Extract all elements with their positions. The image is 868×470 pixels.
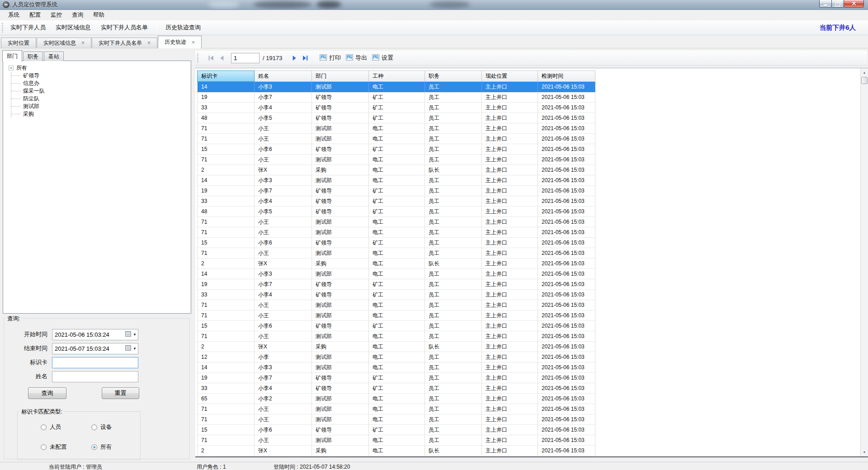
table-row[interactable]: 65小李2测试部电工员工主上井口2021-05-06 15:03 [197,394,595,404]
filter-tab[interactable]: 职务 [23,52,43,61]
table-row[interactable]: 71小王测试部电工员工主上井口2021-05-06 15:03 [197,300,595,310]
tree-item[interactable]: 防尘队 [11,95,191,103]
app-icon[interactable] [3,1,9,8]
table-row[interactable]: 14小李3测试部电工员工主上井口2021-05-06 15:03 [197,82,595,92]
filter-tab[interactable]: 基站 [44,52,64,61]
table-row[interactable]: 71小王测试部电工员工主上井口2021-05-06 15:03 [197,331,595,342]
calendar-icon[interactable] [125,345,131,352]
page-number-input[interactable] [231,53,259,63]
search-button[interactable]: 查询 [28,387,66,399]
tab-item[interactable]: 实时位置 [1,38,36,48]
tab-close-icon[interactable]: × [81,40,85,46]
close-button[interactable] [844,0,864,8]
tab-item[interactable]: 实时区域信息× [37,38,91,48]
table-row[interactable]: 71小王测试部电工员工主上井口2021-05-06 15:03 [197,248,595,258]
table-row[interactable]: 48小李5矿领导矿工员工主上井口2021-05-06 15:03 [197,113,595,123]
table-row[interactable]: 19小李7矿领导矿工员工主上井口2021-05-06 15:03 [197,279,595,290]
radio-option[interactable]: 人员 [41,423,61,431]
tree-item[interactable]: 矿领导 [11,72,191,80]
previous-page-button[interactable] [217,53,226,63]
table-row[interactable]: 71小王测试部电工员工主上井口2021-05-06 15:03 [197,414,595,425]
table-row[interactable]: 71小王测试部电工员工主上井口2021-05-06 15:03 [197,227,595,238]
table-row[interactable]: 14小李3测试部电工员工主上井口2021-05-06 15:03 [197,362,595,373]
minimize-button[interactable] [819,0,832,8]
radio-option[interactable]: 未配置 [41,443,67,451]
toolbar-button[interactable]: 实时区域信息 [51,22,96,33]
table-row[interactable]: 33小李4矿领导矿工员工主上井口2021-05-06 15:03 [197,103,595,113]
table-row[interactable]: 71小王测试部电工员工主上井口2021-05-06 15:03 [197,134,595,144]
table-row[interactable]: 19小李7矿领导矿工员工主上井口2021-05-06 15:03 [197,186,595,196]
table-row[interactable]: 71小王测试部电工员工主上井口2021-05-06 15:03 [197,404,595,414]
scroll-up-button[interactable]: ▲ [861,69,868,76]
toolbar-grip[interactable] [2,23,3,33]
table-row[interactable]: 19小李7矿领导矿工员工主上井口2021-05-06 15:03 [197,373,595,383]
table-row[interactable]: 71小王测试部电工员工主上井口2021-05-06 15:03 [197,155,595,165]
table-row[interactable]: 15小李6矿领导矿工员工主上井口2021-05-06 15:03 [197,238,595,248]
settings-button[interactable]: 设置 [372,54,393,62]
table-row[interactable]: 2张X采购电工队长主上井口2021-05-06 15:03 [197,342,595,352]
table-row[interactable]: 33小李4矿领导矿工员工主上井口2021-05-06 15:03 [197,290,595,300]
export-button[interactable]: 导出 [346,54,367,62]
next-page-button[interactable] [289,53,299,63]
table-row[interactable]: 12小李测试部电工员工主上井口2021-05-06 15:03 [197,352,595,362]
menu-item[interactable]: 帮助 [88,10,109,20]
table-row[interactable]: 2张X采购电工队长主上井口2021-05-06 15:03 [197,165,595,175]
tree-item[interactable]: 煤采一队 [11,87,191,95]
menu-item[interactable]: 配置 [24,10,46,20]
table-row[interactable]: 71小王测试部电工员工主上井口2021-05-06 15:03 [197,123,595,134]
column-header[interactable]: 标识卡 [197,70,255,82]
column-header[interactable]: 工种 [369,70,425,82]
tab-close-icon[interactable]: × [192,40,195,45]
restore-button[interactable] [831,0,844,8]
dropdown-arrow-icon[interactable]: ▼ [133,333,137,337]
tab-active[interactable]: 历史轨迹× [158,36,202,48]
table-row[interactable]: 71小王测试部电工员工主上井口2021-05-06 15:03 [197,435,595,446]
table-row[interactable]: 15小李6矿领导矿工员工主上井口2021-05-06 15:03 [197,144,595,155]
tab-close-icon[interactable]: × [147,40,151,46]
column-header[interactable]: 职务 [425,70,482,82]
last-page-button[interactable] [300,53,310,63]
radio-option[interactable]: 设备 [91,423,112,431]
tree-item[interactable]: 测试部 [11,103,191,110]
tree-item[interactable]: 信息办 [11,80,191,87]
filter-tab[interactable]: 部门 [2,50,22,61]
card-id-input[interactable] [52,357,138,368]
tab-item[interactable]: 实时下井人员名单× [92,38,157,48]
radio-option[interactable]: 所有 [91,443,112,451]
tree-root-item[interactable]: 所有 [9,64,191,72]
menu-item[interactable]: 监控 [46,10,67,20]
calendar-icon[interactable] [125,331,131,338]
column-header[interactable]: 检测时间 [538,70,595,82]
toolbar-button[interactable]: 历史轨迹查询 [160,22,206,33]
table-row[interactable]: 2张X采购电工队长主上井口2021-05-06 15:03 [197,258,595,269]
print-button[interactable]: 打印 [320,54,341,62]
vertical-scrollbar[interactable]: ▲ ▼ [860,68,868,456]
table-row[interactable]: 71小王测试部电工员工主上井口2021-05-06 15:03 [197,310,595,321]
table-row[interactable]: 15小李6矿领导矿工员工主上井口2021-05-06 15:03 [197,425,595,435]
table-row[interactable]: 33小李4矿领导矿工员工主上井口2021-05-06 15:03 [197,196,595,207]
pager-grip[interactable] [197,53,198,63]
tree-collapse-icon[interactable] [9,66,14,70]
dropdown-arrow-icon[interactable]: ▼ [133,347,137,351]
menu-item[interactable]: 系统 [3,10,24,20]
first-page-button[interactable] [206,53,216,63]
scrollbar-thumb[interactable] [861,77,868,84]
toolbar-button[interactable]: 实时下井人员名单 [96,22,153,33]
table-row[interactable]: 14小李3测试部电工员工主上井口2021-05-06 15:03 [197,175,595,186]
table-row[interactable]: 2张X采购电工队长主上井口2021-05-06 15:03 [197,446,595,456]
column-header[interactable]: 姓名 [255,70,312,82]
table-row[interactable]: 48小李5矿领导矿工员工主上井口2021-05-06 15:03 [197,207,595,217]
toolbar-button[interactable]: 实时下井人员 [5,22,51,33]
reset-button[interactable]: 重置 [102,387,139,399]
scroll-down-button[interactable]: ▼ [861,448,868,456]
tree-item[interactable]: 采购 [11,110,191,118]
menu-item[interactable]: 查询 [67,10,88,20]
table-row[interactable]: 19小李7矿领导矿工员工主上井口2021-05-06 15:03 [197,92,595,103]
person-name-input[interactable] [52,371,138,382]
table-row[interactable]: 14小李3测试部电工员工主上井口2021-05-06 15:03 [197,269,595,279]
title-bar[interactable]: 人员定位管理系统 [0,0,868,10]
table-row[interactable]: 71小王测试部电工员工主上井口2021-05-06 15:03 [197,217,595,227]
table-row[interactable]: 33小李4矿领导矿工员工主上井口2021-05-06 15:03 [197,383,595,394]
column-header[interactable]: 部门 [312,70,369,82]
column-header[interactable]: 现处位置 [482,70,538,82]
